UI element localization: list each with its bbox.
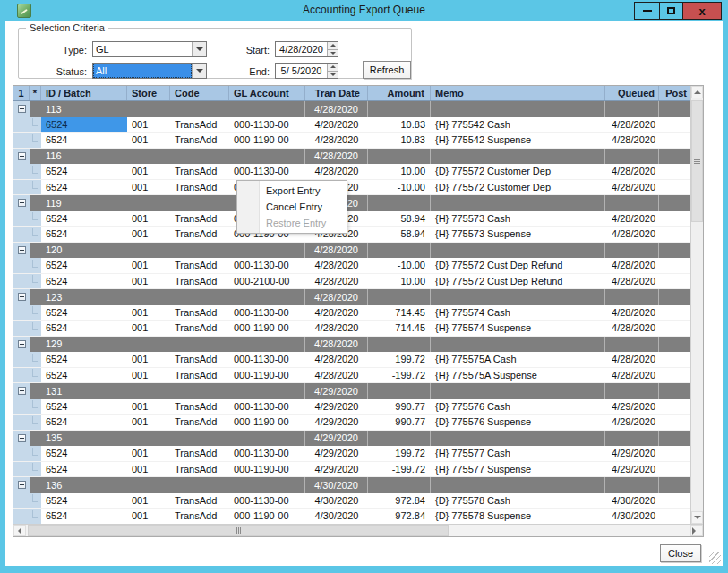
group-row[interactable]: 1194/28/2020 bbox=[13, 195, 690, 211]
cell-queued[interactable]: 4/28/2020 bbox=[605, 274, 659, 289]
cell-code[interactable]: TransAdd bbox=[170, 274, 229, 289]
cell-gl-account[interactable]: 000-1130-00 bbox=[229, 117, 305, 133]
table-row[interactable]: 6524001TransAdd000-1130-004/28/202058.94… bbox=[13, 211, 690, 227]
cell-amount[interactable]: 10.00 bbox=[368, 164, 431, 179]
resize-grip[interactable] bbox=[709, 552, 721, 564]
cell-store[interactable]: 001 bbox=[127, 164, 170, 179]
cell-store[interactable]: 001 bbox=[127, 258, 170, 273]
scroll-down-button[interactable] bbox=[691, 511, 703, 524]
cell-id-batch[interactable]: 6524 bbox=[41, 321, 127, 336]
cell-post[interactable] bbox=[659, 352, 690, 367]
cell-code[interactable]: TransAdd bbox=[170, 399, 229, 415]
minimize-button[interactable] bbox=[634, 2, 660, 20]
vertical-scrollbar-thumb[interactable] bbox=[691, 100, 703, 222]
cell-id-batch[interactable]: 6524 bbox=[41, 415, 127, 430]
cell-code[interactable]: TransAdd bbox=[170, 305, 229, 321]
group-row[interactable]: 1164/28/2020 bbox=[13, 149, 690, 165]
collapse-icon[interactable] bbox=[18, 387, 26, 395]
cell-amount[interactable]: 10.00 bbox=[368, 274, 431, 289]
cell-store[interactable]: 001 bbox=[127, 399, 170, 415]
collapse-icon[interactable] bbox=[18, 105, 26, 113]
cell-store[interactable]: 001 bbox=[127, 462, 170, 477]
cell-gl-account[interactable]: 000-1130-00 bbox=[229, 258, 305, 273]
table-row[interactable]: 6524001TransAdd000-1190-004/30/2020-972.… bbox=[13, 509, 690, 524]
cell-amount[interactable]: -990.77 bbox=[368, 415, 431, 430]
cell-gl-account[interactable]: 000-1130-00 bbox=[229, 352, 305, 367]
cell-amount[interactable]: 10.83 bbox=[368, 117, 431, 133]
cell-id-batch[interactable]: 6524 bbox=[41, 462, 127, 477]
cell-queued[interactable]: 4/28/2020 bbox=[605, 321, 659, 336]
cell-store[interactable]: 001 bbox=[127, 321, 170, 336]
cell-queued[interactable]: 4/28/2020 bbox=[605, 305, 659, 321]
table-row[interactable]: 6524001TransAdd000-2100-004/28/202010.00… bbox=[13, 274, 690, 290]
cell-gl-account[interactable]: 000-1190-00 bbox=[229, 133, 305, 148]
cell-store[interactable]: 001 bbox=[127, 352, 170, 367]
table-row[interactable]: 6524001TransAdd000-1130-004/30/2020972.8… bbox=[13, 493, 690, 509]
cell-id-batch[interactable]: 6524 bbox=[41, 368, 127, 383]
cell-memo[interactable]: {H} 775542 Suspense bbox=[431, 133, 605, 148]
collapse-icon[interactable] bbox=[18, 246, 26, 254]
cell-tran-date[interactable]: 4/28/2020 bbox=[305, 258, 368, 273]
cell-amount[interactable]: 199.72 bbox=[368, 352, 431, 367]
collapse-icon[interactable] bbox=[18, 199, 26, 207]
cell-post[interactable] bbox=[659, 258, 690, 273]
cell-code[interactable]: TransAdd bbox=[170, 180, 229, 195]
scroll-right-button[interactable] bbox=[690, 525, 703, 536]
cell-store[interactable]: 001 bbox=[127, 211, 170, 227]
header-row-number[interactable]: 1 bbox=[13, 86, 30, 100]
spin-down-button[interactable] bbox=[328, 49, 338, 57]
cell-id-batch[interactable]: 6524 bbox=[41, 274, 127, 289]
table-row[interactable]: 6524001TransAdd000-1130-004/29/2020199.7… bbox=[13, 446, 690, 462]
table-row[interactable]: 6524001TransAdd000-1190-004/29/2020-199.… bbox=[13, 462, 690, 478]
cell-post[interactable] bbox=[659, 399, 690, 415]
cell-gl-account[interactable]: 000-1190-00 bbox=[229, 462, 305, 477]
header-asterisk[interactable]: * bbox=[30, 86, 41, 100]
cell-id-batch[interactable]: 6524 bbox=[41, 446, 127, 461]
cell-id-batch[interactable]: 6524 bbox=[41, 352, 127, 367]
collapse-icon[interactable] bbox=[18, 152, 26, 160]
spin-up-button[interactable] bbox=[328, 42, 338, 49]
cell-memo[interactable]: {H} 775577 Cash bbox=[431, 446, 605, 461]
table-row[interactable]: 6524001TransAdd000-1130-004/28/202010.00… bbox=[13, 164, 690, 180]
cell-post[interactable] bbox=[659, 274, 690, 289]
cell-memo[interactable]: {D} 775572 Cust Dep Refund bbox=[431, 274, 605, 289]
cell-id-batch[interactable]: 6524 bbox=[41, 399, 127, 415]
cell-memo[interactable]: {H} 775573 Suspense bbox=[431, 227, 605, 242]
table-row[interactable]: 6524001TransAdd000-1190-004/28/2020-199.… bbox=[13, 368, 690, 384]
table-row[interactable]: 6524001TransAdd000-1130-004/28/2020714.4… bbox=[13, 305, 690, 321]
cell-tran-date[interactable]: 4/30/2020 bbox=[305, 493, 368, 509]
cell-store[interactable]: 001 bbox=[127, 305, 170, 321]
cell-post[interactable] bbox=[659, 462, 690, 477]
cell-store[interactable]: 001 bbox=[127, 133, 170, 148]
cell-store[interactable]: 001 bbox=[127, 117, 170, 133]
cell-queued[interactable]: 4/28/2020 bbox=[605, 368, 659, 383]
collapse-icon[interactable] bbox=[18, 481, 26, 489]
table-row[interactable]: 6524001TransAdd000-1190-004/28/2020-10.8… bbox=[13, 133, 690, 149]
cell-queued[interactable]: 4/29/2020 bbox=[605, 399, 659, 415]
cell-code[interactable]: TransAdd bbox=[170, 509, 229, 524]
cell-amount[interactable]: 58.94 bbox=[368, 211, 431, 227]
cell-amount[interactable]: -58.94 bbox=[368, 227, 431, 242]
cell-amount[interactable]: -199.72 bbox=[368, 462, 431, 477]
cell-tran-date[interactable]: 4/28/2020 bbox=[305, 133, 368, 148]
cell-tran-date[interactable]: 4/28/2020 bbox=[305, 274, 368, 289]
header-amount[interactable]: Amount bbox=[368, 86, 431, 100]
header-store[interactable]: Store bbox=[127, 86, 170, 100]
scroll-left-button[interactable] bbox=[13, 525, 26, 536]
cell-store[interactable]: 001 bbox=[127, 446, 170, 461]
cell-memo[interactable]: {H} 775575A Suspense bbox=[431, 368, 605, 383]
cell-gl-account[interactable]: 000-1130-00 bbox=[229, 446, 305, 461]
cell-memo[interactable]: {H} 775577 Suspense bbox=[431, 462, 605, 477]
table-row[interactable]: 6524001TransAdd000-1130-004/28/2020-10.0… bbox=[13, 258, 690, 274]
cell-id-batch[interactable]: 6524 bbox=[41, 117, 127, 133]
menu-item-export-entry[interactable]: Export Entry bbox=[237, 183, 347, 199]
group-row[interactable]: 1364/30/2020 bbox=[13, 477, 690, 493]
start-date-field[interactable]: 4/28/2020 bbox=[275, 41, 338, 57]
cell-code[interactable]: TransAdd bbox=[170, 117, 229, 133]
status-dropdown[interactable]: All bbox=[92, 63, 207, 79]
cell-id-batch[interactable]: 6524 bbox=[41, 133, 127, 148]
cell-post[interactable] bbox=[659, 509, 690, 524]
menu-item-cancel-entry[interactable]: Cancel Entry bbox=[237, 199, 347, 215]
refresh-button[interactable]: Refresh bbox=[363, 61, 411, 79]
cell-post[interactable] bbox=[659, 133, 690, 148]
